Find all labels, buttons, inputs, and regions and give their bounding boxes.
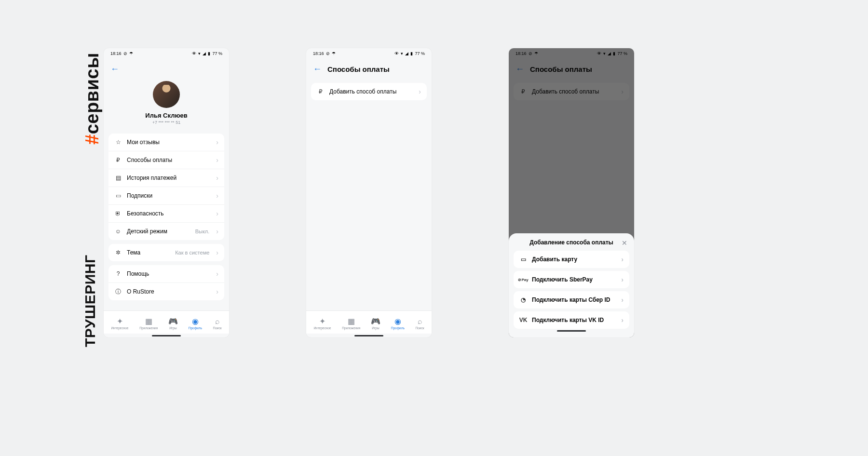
search-icon: ⌕ — [213, 317, 222, 326]
option-label: Подключить SberPay — [532, 276, 616, 283]
ruble-icon: ₽ — [114, 156, 122, 164]
person-icon: ◉ — [191, 317, 200, 326]
page-title: Способы оплаты — [327, 65, 390, 73]
row-payment-methods[interactable]: ₽ Способы оплаты › — [108, 151, 224, 169]
umbrella-icon: ☂ — [332, 51, 336, 56]
option-add-card[interactable]: ▭ Добавить карту › — [514, 251, 629, 268]
option-label: Подключить карты Сбер ID — [532, 296, 616, 303]
row-label: Безопасность — [127, 210, 211, 217]
grid-icon: ▦ — [347, 317, 355, 326]
sparkle-icon: ✦ — [318, 317, 326, 326]
ruble-icon: ₽ — [317, 88, 325, 95]
back-button[interactable]: ← — [313, 65, 322, 73]
receipt-icon: ▤ — [114, 174, 122, 182]
wifi-icon: ▾ — [198, 51, 201, 56]
row-theme[interactable]: ✲ Тема Как в системе › — [108, 244, 224, 261]
info-icon: ⓘ — [114, 288, 122, 295]
nav-interesting[interactable]: ✦ Интересное — [111, 317, 128, 330]
phone-profile: 18:16 ⊘ ☂ 👁 ▾ ◢ ▮ 77 % ← Илья Склюев +7 … — [104, 48, 229, 337]
battery-percent: 77 % — [415, 51, 425, 56]
status-bar: 18:16 ⊘ ☂ 👁 ▾ ◢ ▮ 77 % — [306, 48, 432, 59]
row-add-payment[interactable]: ₽ Добавить способ оплаты › — [311, 83, 427, 100]
battery-icon: ▮ — [410, 51, 413, 56]
star-icon: ☆ — [114, 138, 122, 146]
row-about[interactable]: ⓘ О RuStore › — [108, 283, 224, 300]
theme-icon: ✲ — [114, 249, 122, 256]
grid-icon: ▦ — [144, 317, 153, 326]
profile-phone: +7 *** *** ** 51 — [104, 120, 229, 125]
row-kids-mode[interactable]: ☺ Детский режим Выкл. › — [108, 223, 224, 240]
home-indicator[interactable] — [104, 334, 229, 337]
chevron-icon: › — [216, 210, 218, 217]
row-label: Мои отзывы — [127, 139, 211, 146]
row-payment-history[interactable]: ▤ История платежей › — [108, 169, 224, 187]
eye-icon: 👁 — [394, 51, 399, 56]
sparkle-icon: ✦ — [115, 317, 124, 326]
close-button[interactable]: ✕ — [622, 239, 627, 247]
row-security[interactable]: ⛨ Безопасность › — [108, 205, 224, 223]
sberpay-icon: ⊘Pay — [519, 276, 527, 283]
row-label: Подписки — [127, 192, 211, 199]
row-label: О RuStore — [127, 288, 211, 295]
nav-search[interactable]: ⌕ Поиск — [213, 317, 222, 330]
chevron-icon: › — [621, 296, 624, 303]
row-label: Помощь — [127, 270, 211, 277]
no-notify-icon: ⊘ — [326, 51, 330, 56]
row-label: Тема — [127, 249, 170, 256]
hashtag-services: #сервисы — [82, 53, 103, 145]
row-label: Добавить способ оплаты — [329, 88, 414, 95]
search-icon: ⌕ — [416, 317, 424, 326]
chevron-icon: › — [216, 228, 218, 235]
chevron-icon: › — [621, 256, 624, 263]
chevron-icon: › — [621, 317, 624, 323]
nav-profile[interactable]: ◉ Профиль — [189, 317, 202, 330]
back-button[interactable]: ← — [110, 65, 119, 73]
option-label: Подключить карты VK ID — [532, 317, 616, 323]
row-label: Способы оплаты — [127, 157, 211, 163]
status-time: 18:16 — [313, 51, 324, 56]
nav-profile[interactable]: ◉ Профиль — [391, 317, 405, 330]
bottom-nav: ✦ Интересное ▦ Приложения 🎮 Игры ◉ Профи… — [104, 310, 229, 334]
option-vkid[interactable]: VK Подключить карты VK ID › — [514, 311, 629, 329]
row-subscriptions[interactable]: ▭ Подписки › — [108, 187, 224, 205]
nav-games[interactable]: 🎮 Игры — [169, 317, 177, 330]
chevron-icon: › — [216, 288, 218, 295]
row-reviews[interactable]: ☆ Мои отзывы › — [108, 134, 224, 151]
eye-icon: 👁 — [192, 51, 196, 56]
home-indicator[interactable] — [306, 334, 432, 337]
no-notify-icon: ⊘ — [123, 51, 127, 56]
nav-apps[interactable]: ▦ Приложения — [342, 317, 360, 330]
phone-add-payment-sheet: 18:16 ⊘ ☂ 👁 ▾ ◢ ▮ 77 % ← Способы оплаты — [509, 48, 634, 337]
kids-icon: ☺ — [114, 228, 122, 235]
chevron-icon: › — [621, 276, 624, 283]
option-sberpay[interactable]: ⊘Pay Подключить SberPay › — [514, 271, 629, 288]
signal-icon: ◢ — [405, 51, 408, 56]
nav-search[interactable]: ⌕ Поиск — [416, 317, 424, 330]
chevron-icon: › — [216, 249, 218, 256]
vk-icon: VK — [519, 316, 527, 324]
option-sberid[interactable]: ◔ Подключить карты Сбер ID › — [514, 291, 629, 308]
subscription-icon: ▭ — [114, 192, 122, 200]
row-label: Детский режим — [127, 228, 190, 235]
avatar[interactable] — [153, 81, 180, 108]
person-icon: ◉ — [393, 317, 402, 326]
phone-payment-methods: 18:16 ⊘ ☂ 👁 ▾ ◢ ▮ 77 % ← Способы оплаты … — [306, 48, 432, 337]
nav-apps[interactable]: ▦ Приложения — [139, 317, 158, 330]
nav-games[interactable]: 🎮 Игры — [371, 317, 380, 330]
row-value: Выкл. — [195, 228, 210, 234]
bottom-nav: ✦ Интересное ▦ Приложения 🎮 Игры ◉ Профи… — [306, 310, 432, 334]
row-value: Как в системе — [175, 250, 209, 255]
add-payment-sheet: Добавление способа оплаты ✕ ▭ Добавить к… — [509, 233, 634, 337]
nav-interesting[interactable]: ✦ Интересное — [313, 317, 331, 330]
chevron-icon: › — [216, 157, 218, 163]
home-indicator[interactable] — [514, 329, 629, 333]
row-help[interactable]: ? Помощь › — [108, 265, 224, 283]
card-icon: ▭ — [519, 255, 527, 263]
status-bar: 18:16 ⊘ ☂ 👁 ▾ ◢ ▮ 77 % — [104, 48, 229, 59]
shield-icon: ⛨ — [114, 210, 122, 217]
gamepad-icon: 🎮 — [371, 317, 380, 326]
profile-name: Илья Склюев — [104, 112, 229, 119]
umbrella-icon: ☂ — [129, 51, 133, 56]
hashtag-brand: ТРУШЕРИНГ — [82, 255, 98, 347]
chevron-icon: › — [216, 174, 218, 181]
